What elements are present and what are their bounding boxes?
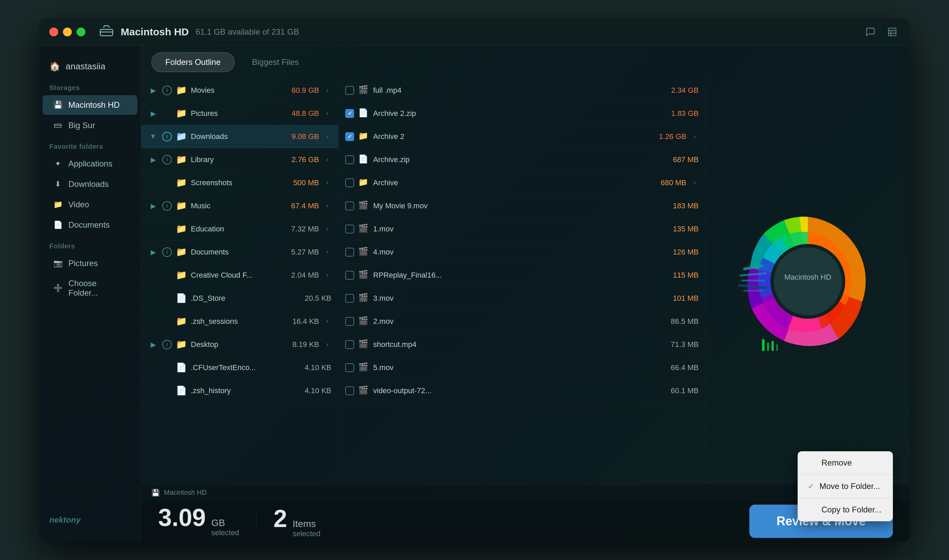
file-row-desktop[interactable]: ▶ i 📁 Desktop 8.19 KB ›: [141, 333, 338, 356]
detail-row-3mov[interactable]: 🎬 3.mov 101 MB: [338, 287, 705, 310]
checkbox-shortcut[interactable]: [345, 340, 354, 349]
status-hdd-icon: 💾: [151, 489, 160, 497]
checkbox-mymovie[interactable]: [345, 202, 354, 210]
video-icon-13: 🎬: [358, 385, 369, 396]
expand-arrow-library[interactable]: ▶: [151, 155, 156, 164]
nav-arrow-downloads[interactable]: ›: [323, 132, 331, 141]
checkbox-archive2[interactable]: [345, 132, 354, 141]
detail-row-video-output[interactable]: 🎬 video-output-72... 60.1 MB: [338, 379, 705, 402]
file-name-pictures: Pictures: [191, 109, 287, 118]
nav-arrow-music[interactable]: ›: [323, 202, 331, 210]
detail-row-5mov[interactable]: 🎬 5.mov 66.4 MB: [338, 356, 705, 379]
sidebar-item-big-sur[interactable]: Big Sur: [43, 115, 137, 135]
context-item-copy-to-folder[interactable]: Copy to Folder...: [798, 498, 893, 521]
minimize-button[interactable]: [63, 28, 72, 36]
file-row-screenshots[interactable]: 📁 Screenshots 500 MB ›: [141, 171, 338, 194]
nav-arrow-documents[interactable]: ›: [323, 248, 331, 256]
file-row-documents[interactable]: ▶ i 📁 Documents 5.27 MB ›: [141, 241, 338, 264]
expand-arrow-movies[interactable]: ▶: [151, 86, 156, 94]
detail-row-4mov[interactable]: 🎬 4.mov 126 MB: [338, 241, 705, 264]
sidebar-item-macintosh-hd[interactable]: 💾 Macintosh HD: [43, 95, 137, 115]
svg-rect-1: [889, 28, 896, 36]
sidebar-item-downloads[interactable]: ⬇ Downloads: [43, 174, 137, 194]
file-row-cfuser[interactable]: 📄 .CFUserTextEnco... 4.10 KB: [141, 356, 338, 379]
file-row-library[interactable]: ▶ i 📁 Library 2.76 GB ›: [141, 148, 338, 171]
checkbox-full-mp4[interactable]: [345, 86, 354, 95]
detail-row-1mov[interactable]: 🎬 1.mov 135 MB: [338, 217, 705, 241]
file-row-downloads[interactable]: ▼ i 📁 Downloads 9.08 GB ›: [141, 125, 338, 148]
detail-row-2mov[interactable]: 🎬 2.mov 86.5 MB: [338, 310, 705, 333]
sidebar-item-pictures[interactable]: 📷 Pictures: [43, 254, 137, 273]
checkbox-archivezip[interactable]: [345, 155, 354, 164]
info-icon-movies[interactable]: i: [162, 86, 172, 95]
checkbox-archive2zip[interactable]: [345, 109, 354, 118]
nav-arrow-screenshots[interactable]: ›: [323, 179, 331, 187]
nav-arrow-desktop[interactable]: ›: [323, 340, 331, 349]
video-icon: 📁: [53, 200, 63, 210]
detail-row-archivezip[interactable]: 📄 Archive.zip 687 MB: [338, 148, 705, 171]
file-row-education[interactable]: 📁 Education 7.32 MB ›: [141, 217, 338, 241]
detail-size-3: 687 MB: [673, 155, 699, 164]
file-row-creative-cloud[interactable]: 📁 Creative Cloud F... 2.04 MB ›: [141, 264, 338, 287]
detail-row-rpreplay[interactable]: 🎬 RPReplay_Final16... 115 MB: [338, 264, 705, 287]
tab-folders-outline[interactable]: Folders Outline: [151, 52, 235, 72]
fullscreen-button[interactable]: [77, 28, 85, 36]
nav-arrow-creative[interactable]: ›: [323, 271, 331, 279]
tab-biggest-files[interactable]: Biggest Files: [238, 52, 313, 72]
close-button[interactable]: [49, 28, 58, 36]
nav-arrow-education[interactable]: ›: [323, 225, 331, 233]
file-row-zsh-sessions[interactable]: 📁 .zsh_sessions 16.4 KB ›: [141, 310, 338, 333]
checkbox-rpreplay[interactable]: [345, 271, 354, 280]
nav-arrow-pictures[interactable]: ›: [323, 109, 331, 118]
expand-arrow-documents[interactable]: ▶: [151, 248, 156, 256]
sidebar-item-documents[interactable]: 📄 Documents: [43, 215, 137, 235]
checkbox-1mov[interactable]: [345, 225, 354, 234]
info-icon-documents[interactable]: i: [162, 248, 172, 257]
nav-arrow-archive[interactable]: ›: [690, 179, 699, 187]
chat-icon[interactable]: [863, 25, 878, 39]
video-icon-6: 🎬: [358, 224, 369, 234]
checkbox-archive[interactable]: [345, 178, 354, 187]
context-item-remove[interactable]: Remove: [798, 451, 893, 474]
nav-arrow-library[interactable]: ›: [323, 155, 331, 164]
info-icon-desktop[interactable]: i: [162, 340, 172, 349]
expand-arrow-pictures[interactable]: ▶: [151, 109, 156, 118]
detail-row-shortcut[interactable]: 🎬 shortcut.mp4 71.3 MB: [338, 333, 705, 356]
nav-arrow-archive2[interactable]: ›: [690, 132, 699, 141]
detail-row-mymovie[interactable]: 🎬 My Movie 9.mov 183 MB: [338, 194, 705, 217]
info-icon-music[interactable]: i: [162, 201, 172, 211]
file-row-pictures[interactable]: ▶ 📁 Pictures 48.8 GB ›: [141, 102, 338, 125]
list-icon[interactable]: [885, 25, 900, 39]
file-row-ds-store[interactable]: 📄 .DS_Store 20.5 KB: [141, 287, 338, 310]
left-file-list[interactable]: ▶ i 📁 Movies 60.9 GB › ▶ 📁 Pictures 48.8…: [141, 79, 338, 484]
detail-row-full-mp4[interactable]: 🎬 full .mp4 2.34 GB: [338, 79, 705, 102]
checkbox-2mov[interactable]: [345, 317, 354, 326]
checkbox-video-output[interactable]: [345, 386, 354, 395]
context-item-move-to-folder[interactable]: ✓ Move to Folder...: [798, 475, 893, 498]
right-detail-panel[interactable]: 🎬 full .mp4 2.34 GB 📄 Archive 2.zip 1.83…: [338, 79, 706, 484]
status-text: 💾 Macintosh HD: [151, 489, 207, 497]
file-row-movies[interactable]: ▶ i 📁 Movies 60.9 GB ›: [141, 79, 338, 102]
detail-row-archive2zip[interactable]: 📄 Archive 2.zip 1.83 GB: [338, 102, 705, 125]
detail-row-archive[interactable]: 📁 Archive 680 MB ›: [338, 171, 705, 194]
video-icon-11: 🎬: [358, 339, 369, 350]
nav-arrow-zsh[interactable]: ›: [323, 317, 331, 326]
file-row-zsh-history[interactable]: 📄 .zsh_history 4.10 KB: [141, 379, 338, 402]
checkbox-5mov[interactable]: [345, 363, 354, 372]
expand-arrow-desktop[interactable]: ▶: [151, 340, 156, 349]
file-row-music[interactable]: ▶ i 📁 Music 67.4 MB ›: [141, 194, 338, 217]
checkbox-4mov[interactable]: [345, 248, 354, 257]
info-icon-downloads[interactable]: i: [162, 132, 172, 142]
sidebar-item-video[interactable]: 📁 Video: [43, 195, 137, 214]
info-icon-library[interactable]: i: [162, 155, 172, 165]
nav-arrow-movies[interactable]: ›: [323, 86, 331, 94]
svg-rect-13: [772, 341, 774, 351]
sidebar-item-choose-folder[interactable]: ➕ Choose Folder...: [43, 274, 137, 302]
expand-arrow-music[interactable]: ▶: [151, 202, 156, 210]
expand-arrow-downloads[interactable]: ▼: [150, 132, 156, 140]
detail-row-archive2[interactable]: 📁 Archive 2 1.26 GB ›: [338, 125, 705, 148]
sidebar-home[interactable]: 🏠 anastasiia: [39, 56, 141, 77]
video-icon-10: 🎬: [358, 316, 369, 327]
sidebar-item-applications[interactable]: ✦ Applications: [43, 154, 137, 174]
checkbox-3mov[interactable]: [345, 294, 354, 303]
